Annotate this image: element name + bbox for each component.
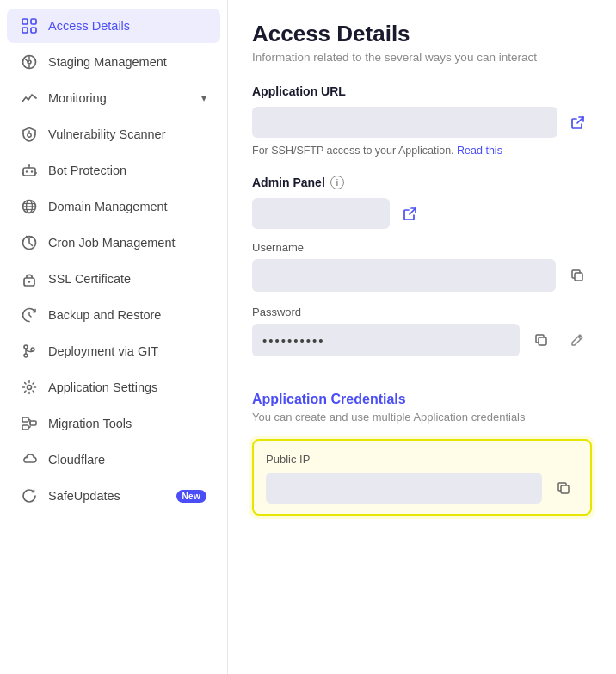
svg-rect-1 bbox=[31, 19, 36, 24]
lock-icon bbox=[21, 270, 38, 288]
sidebar-item-access-details[interactable]: Access Details bbox=[7, 9, 220, 43]
application-url-row bbox=[252, 107, 592, 138]
password-section: Password •••••••••• bbox=[252, 306, 592, 356]
sidebar-label-ssl-certificate: SSL Certificate bbox=[48, 272, 206, 286]
public-ip-box: Public IP bbox=[252, 439, 592, 516]
sidebar-label-application-settings: Application Settings bbox=[48, 380, 206, 394]
public-ip-bar bbox=[266, 473, 542, 504]
password-label: Password bbox=[252, 306, 592, 318]
sidebar-item-ssl-certificate[interactable]: SSL Certificate bbox=[7, 262, 220, 296]
svg-point-12 bbox=[31, 170, 33, 172]
sidebar-item-application-settings[interactable]: Application Settings bbox=[7, 370, 220, 405]
sidebar-item-vulnerability-scanner[interactable]: Vulnerability Scanner bbox=[7, 117, 220, 151]
chevron-down-icon: ▾ bbox=[201, 92, 206, 104]
badge-new: New bbox=[176, 490, 206, 503]
sidebar-label-safeupdates: SafeUpdates bbox=[48, 489, 166, 503]
username-copy-icon[interactable] bbox=[563, 261, 592, 290]
sidebar-label-cloudflare: Cloudflare bbox=[48, 453, 206, 467]
migration-icon bbox=[21, 415, 38, 432]
sidebar-label-vulnerability-scanner: Vulnerability Scanner bbox=[48, 127, 206, 141]
sidebar-item-backup-and-restore[interactable]: Backup and Restore bbox=[7, 298, 220, 332]
domain-icon bbox=[21, 198, 38, 215]
svg-rect-30 bbox=[22, 417, 28, 422]
staging-icon bbox=[21, 53, 38, 71]
sidebar-item-monitoring[interactable]: Monitoring ▾ bbox=[7, 81, 220, 115]
svg-rect-31 bbox=[22, 425, 28, 430]
username-section: Username bbox=[252, 241, 592, 292]
svg-rect-32 bbox=[30, 421, 36, 425]
sidebar-label-domain-management: Domain Management bbox=[48, 200, 206, 213]
admin-external-link-icon[interactable] bbox=[397, 200, 424, 227]
username-value bbox=[252, 259, 556, 292]
git-icon bbox=[21, 343, 38, 360]
svg-point-11 bbox=[26, 170, 28, 172]
backup-icon bbox=[21, 306, 38, 324]
grid-icon bbox=[21, 17, 38, 34]
sidebar-label-bot-protection: Bot Protection bbox=[48, 164, 206, 177]
username-label: Username bbox=[252, 241, 592, 254]
password-edit-icon[interactable] bbox=[563, 325, 592, 355]
password-row: •••••••••• bbox=[252, 324, 592, 356]
application-url-label: Application URL bbox=[252, 84, 346, 98]
svg-line-38 bbox=[410, 208, 416, 214]
page-subtitle: Information related to the several ways … bbox=[252, 51, 592, 64]
password-value: •••••••••• bbox=[252, 324, 520, 356]
sidebar-label-migration-tools: Migration Tools bbox=[48, 417, 206, 430]
sidebar-label-backup-and-restore: Backup and Restore bbox=[48, 308, 206, 322]
application-url-bar bbox=[252, 107, 557, 138]
application-url-section: Application URL bbox=[252, 84, 592, 98]
cron-icon bbox=[21, 234, 38, 251]
sidebar-item-deployment-via-git[interactable]: Deployment via GIT bbox=[7, 334, 220, 368]
sidebar-item-staging-management[interactable]: Staging Management bbox=[7, 45, 220, 79]
svg-point-27 bbox=[31, 348, 34, 351]
admin-panel-section-label: Admin Panel i bbox=[252, 176, 592, 189]
admin-panel-label: Admin Panel bbox=[252, 176, 325, 189]
shield-scan-icon bbox=[21, 126, 38, 143]
svg-rect-0 bbox=[22, 19, 28, 24]
sidebar-label-cron-job-management: Cron Job Management bbox=[48, 236, 206, 250]
sidebar-label-staging-management: Staging Management bbox=[48, 55, 206, 69]
sidebar-item-cloudflare[interactable]: Cloudflare bbox=[7, 442, 220, 477]
page-title: Access Details bbox=[252, 21, 592, 47]
sidebar-label-access-details: Access Details bbox=[48, 19, 206, 33]
sidebar-label-deployment-via-git: Deployment via GIT bbox=[48, 344, 206, 358]
svg-rect-3 bbox=[31, 28, 36, 33]
public-ip-copy-icon[interactable] bbox=[549, 473, 578, 503]
refresh-icon bbox=[21, 487, 38, 504]
admin-panel-row bbox=[252, 198, 592, 229]
sidebar-item-cron-job-management[interactable]: Cron Job Management bbox=[7, 226, 220, 260]
sidebar-item-domain-management[interactable]: Domain Management bbox=[7, 189, 220, 224]
monitoring-icon bbox=[21, 90, 38, 107]
credentials-subtitle: You can create and use multiple Applicat… bbox=[252, 411, 592, 424]
public-ip-label: Public IP bbox=[266, 453, 578, 466]
divider bbox=[252, 374, 592, 374]
svg-point-25 bbox=[24, 345, 28, 349]
svg-rect-42 bbox=[561, 485, 569, 493]
read-this-link[interactable]: Read this bbox=[457, 145, 502, 157]
external-link-icon[interactable] bbox=[564, 108, 592, 136]
sidebar-item-migration-tools[interactable]: Migration Tools bbox=[7, 406, 220, 441]
svg-point-26 bbox=[24, 354, 28, 357]
public-ip-row bbox=[266, 473, 578, 504]
sidebar-label-monitoring: Monitoring bbox=[48, 91, 191, 105]
password-copy-icon[interactable] bbox=[527, 325, 556, 355]
svg-rect-39 bbox=[575, 273, 582, 281]
svg-rect-10 bbox=[23, 168, 35, 176]
svg-point-14 bbox=[28, 164, 30, 166]
svg-line-37 bbox=[577, 117, 583, 123]
credentials-title: Application Credentials bbox=[252, 392, 592, 407]
sidebar: Access Details Staging Management Monito… bbox=[0, 0, 228, 674]
sidebar-item-bot-protection[interactable]: Bot Protection bbox=[7, 153, 220, 188]
admin-panel-bar bbox=[252, 198, 390, 229]
svg-rect-40 bbox=[539, 337, 546, 345]
info-icon[interactable]: i bbox=[330, 176, 344, 189]
sidebar-item-safeupdates[interactable]: SafeUpdates New bbox=[7, 479, 220, 513]
svg-point-24 bbox=[28, 281, 30, 282]
settings-icon bbox=[21, 379, 38, 396]
username-row bbox=[252, 259, 592, 292]
svg-rect-2 bbox=[22, 28, 28, 33]
svg-point-29 bbox=[28, 386, 32, 390]
ssh-note: For SSH/SFTP access to your Application.… bbox=[252, 145, 592, 157]
main-content: Access Details Information related to th… bbox=[228, 0, 616, 674]
bot-icon bbox=[21, 162, 38, 179]
